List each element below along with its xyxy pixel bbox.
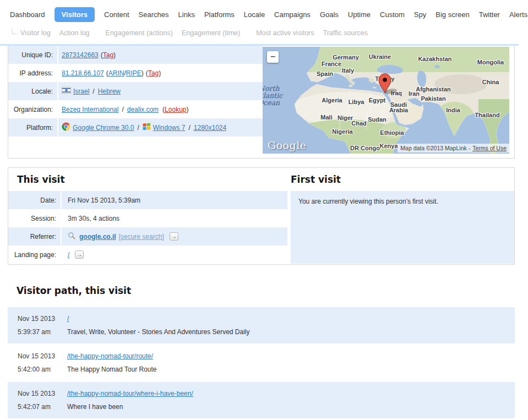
country-link[interactable]: Israel xyxy=(73,88,89,95)
arin-link[interactable]: ARIN xyxy=(108,69,124,77)
subnav-item-visitor-log[interactable]: Visitor log xyxy=(20,29,51,37)
visitor-path-row: Nov 15 2013/the-happy-nomad-tour/where-i… xyxy=(8,382,515,418)
nav-item-searches[interactable]: Searches xyxy=(139,10,169,19)
map-country-label: Germany xyxy=(333,54,359,61)
map-country-label: Iran xyxy=(409,90,420,97)
nav-item-twitter[interactable]: Twitter xyxy=(479,10,500,19)
map-country-label: Nigeria xyxy=(332,128,352,135)
first-visit-title: First visit xyxy=(291,174,341,185)
nav-item-spy[interactable]: Spy xyxy=(414,10,426,19)
subnav-item-traffic-sources[interactable]: Traffic sources xyxy=(323,29,368,37)
subnav-item-engagement-actions-[interactable]: Engagement (actions) xyxy=(106,29,173,37)
date-value: Fri Nov 15 2013, 5:39am xyxy=(68,197,140,204)
path-time: 5:42:00 am xyxy=(18,364,67,375)
organization-link[interactable]: Bezeq International xyxy=(62,106,118,113)
nav-item-campaigns[interactable]: Campaigns xyxy=(274,10,311,19)
paren: ) xyxy=(186,106,188,113)
map-country-label: Kenya xyxy=(379,143,398,149)
path-url-link[interactable]: /the-happy-nomad-tour/route/ xyxy=(67,351,153,362)
os-link[interactable]: Windows 7 xyxy=(153,124,186,132)
landing-page-label: Landing page: xyxy=(8,246,62,264)
unique-id-link[interactable]: 2873142663 xyxy=(62,51,99,59)
map[interactable]: − GermanyUkraineKazakhstanMongoliaFrance… xyxy=(263,47,509,154)
ripe-link[interactable]: RIPE xyxy=(126,69,141,77)
this-visit-title: This visit xyxy=(17,174,65,185)
subnav-item-most-active-visitors[interactable]: Most active visitors xyxy=(256,29,314,37)
browser-link[interactable]: Google Chrome 30.0 xyxy=(73,124,134,132)
map-country-label: Arabia xyxy=(389,107,408,113)
windows-icon xyxy=(143,123,151,132)
map-country-label: Niger xyxy=(338,114,353,121)
visitor-path-row: Nov 15 2013/5:39:37 amTravel, Write, Vol… xyxy=(8,307,515,343)
resolution-link[interactable]: 1280x1024 xyxy=(194,124,226,132)
map-country-label: Sudan xyxy=(368,116,387,123)
session-label: Session: xyxy=(8,209,62,227)
top-nav: DashboardVisitorsContentSearchesLinksPla… xyxy=(0,0,528,23)
slash: / xyxy=(137,124,139,132)
visitor-info-table: Unique ID: 2873142663 (Tag) IP address: … xyxy=(8,46,263,137)
nav-item-big-screen[interactable]: Big screen xyxy=(436,10,469,19)
ip-address-row: IP address: 81.218.66.107 (ARIN/RIPE) (T… xyxy=(8,64,263,82)
path-page-title: Where I have been xyxy=(67,402,123,412)
unique-id-label: Unique ID: xyxy=(8,46,58,64)
map-attribution: Map data ©2013 MapLink -Terms of Use xyxy=(398,144,509,152)
tag-ip-link[interactable]: Tag xyxy=(148,69,159,77)
nav-item-links[interactable]: Links xyxy=(178,10,195,19)
map-country-label: Thailand xyxy=(475,112,499,118)
attribution-text: Map data ©2013 MapLink - xyxy=(400,145,470,151)
terms-of-use-link[interactable]: Terms of Use xyxy=(472,145,507,151)
language-link[interactable]: Hebrew xyxy=(98,88,121,95)
landing-page-link[interactable]: / xyxy=(68,251,69,259)
path-date: Nov 15 2013 xyxy=(18,351,67,362)
map-country-label: Kazakhstan xyxy=(418,56,451,62)
slash: / xyxy=(122,106,123,113)
referrer-goto-button[interactable]: → xyxy=(170,232,178,241)
map-zoom-out-button[interactable]: − xyxy=(267,51,279,63)
path-time: 5:39:37 am xyxy=(18,327,67,337)
map-country-label: Italy xyxy=(342,67,354,74)
map-country-label: Ethiopia xyxy=(380,129,404,136)
map-country-label: Afghanistan xyxy=(416,86,451,92)
subnav-item-engagement-time-[interactable]: Engagement (time) xyxy=(182,29,240,37)
landing-goto-button[interactable]: → xyxy=(75,250,84,259)
nav-item-custom[interactable]: Custom xyxy=(380,10,405,19)
secure-search-link[interactable]: [secure search] xyxy=(119,233,164,241)
map-country-label: Ukraine xyxy=(369,53,391,60)
session-row: Session: 3m 30s, 4 actions xyxy=(8,209,287,227)
lookup-link[interactable]: Lookup xyxy=(165,106,186,113)
nav-item-visitors[interactable]: Visitors xyxy=(55,7,95,22)
search-icon xyxy=(68,232,75,241)
nav-item-uptime[interactable]: Uptime xyxy=(348,10,371,19)
platform-label: Platform: xyxy=(8,118,58,137)
tag-visitor-link[interactable]: Tag xyxy=(103,51,113,59)
locale-row: Locale: Israel / Hebrew xyxy=(8,82,263,100)
map-country-label: Mali xyxy=(320,114,332,121)
sub-nav-bar: Visitor logAction logEngagement (actions… xyxy=(12,27,528,39)
path-time: 5:42:07 am xyxy=(18,402,67,412)
referrer-link[interactable]: google.co.il xyxy=(79,233,116,241)
sub-nav: Visitor logAction logEngagement (actions… xyxy=(20,29,377,37)
path-url-link[interactable]: /the-happy-nomad-tour/where-i-have-been/ xyxy=(67,389,193,399)
nav-item-goals[interactable]: Goals xyxy=(320,10,339,19)
google-logo[interactable]: Google xyxy=(268,139,307,151)
session-value: 3m 30s, 4 actions xyxy=(68,215,119,222)
nav-item-locale[interactable]: Locale xyxy=(244,10,265,19)
nav-item-dashboard[interactable]: Dashboard xyxy=(10,10,45,19)
path-date: Nov 15 2013 xyxy=(18,314,67,324)
path-url-link[interactable]: / xyxy=(67,314,69,324)
nav-item-platforms[interactable]: Platforms xyxy=(204,10,235,19)
ip-address-link[interactable]: 81.218.66.107 xyxy=(62,69,104,77)
map-ocean-label: Ocean xyxy=(263,99,280,107)
hostname-link[interactable]: dealix.com xyxy=(127,106,159,113)
locale-label: Locale: xyxy=(8,82,58,100)
referrer-row: Referrer: google.co.il [secure search] → xyxy=(8,227,287,246)
israel-flag-icon xyxy=(62,87,71,95)
map-country-label: Libya xyxy=(349,99,364,105)
path-page-title: The Happy Nomad Tour Route xyxy=(67,364,157,375)
map-country-label: Pakistan xyxy=(421,95,445,102)
platform-row: Platform: Google Chrome 30.0 / Windows 7… xyxy=(8,118,263,137)
subnav-item-action-log[interactable]: Action log xyxy=(59,29,90,37)
slash: / xyxy=(188,124,190,132)
nav-item-alerts[interactable]: Alerts xyxy=(509,10,527,19)
nav-item-content[interactable]: Content xyxy=(104,10,129,19)
